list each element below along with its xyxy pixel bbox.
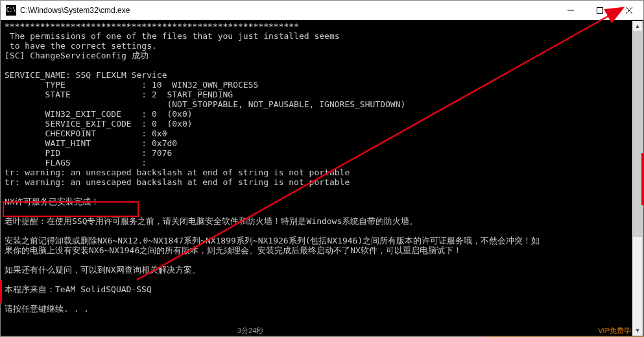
svg-rect-1 (597, 7, 602, 13)
terminal-line: 本程序来自：TeAM SolidSQUAD-SSQ (5, 284, 639, 294)
edge-marker-left (0, 280, 2, 303)
terminal-line: [SC] ChangeServiceConfig 成功 (5, 51, 639, 60)
terminal-line: The permissions of one of the files that… (5, 31, 639, 41)
terminal-line (5, 60, 639, 70)
scroll-down-arrow-icon[interactable]: ▼ (632, 325, 643, 336)
cmd-icon: C:\ (6, 5, 16, 16)
terminal-line: 请按任意键继续. . . (5, 304, 639, 314)
terminal-line: WAIT_HINT : 0x7d0 (5, 138, 639, 148)
terminal-line: STATE : 2 START_PENDING (5, 90, 639, 99)
scroll-thumb[interactable] (633, 31, 642, 237)
terminal-line: FLAGS : (5, 158, 639, 168)
terminal-line (5, 187, 639, 197)
terminal-line: 如果还有什么疑问，可以到NX网查询相关解决方案。 (5, 265, 639, 275)
terminal-line: TYPE : 10 WIN32_OWN_PROCESS (5, 80, 639, 90)
background-vip-label: VIP免费学 (598, 326, 631, 336)
window-title: C:\Windows\System32\cmd.exe (20, 6, 556, 15)
maximize-button[interactable] (585, 1, 614, 19)
terminal-line: 果你的电脑上没有安装NX6~NX1946之间的所有版本，则无须理会。安装完成后最… (5, 245, 639, 255)
background-time-label: 3分24秒 (237, 326, 263, 336)
scroll-up-arrow-icon[interactable]: ▲ (632, 21, 643, 31)
terminal-line: CHECKPOINT : 0x0 (5, 129, 639, 138)
terminal-line: SERVICE_EXIT_CODE : 0 (0x0) (5, 119, 639, 129)
terminal-line: WIN32_EXIT_CODE : 0 (0x0) (5, 109, 639, 119)
close-icon (626, 7, 632, 14)
terminal-line (5, 255, 639, 265)
terminal-line: to have the correct settings. (5, 41, 639, 51)
terminal-output[interactable]: ****************************************… (1, 20, 643, 336)
terminal-line: SERVICE_NAME: SSQ FLEXLM Service (5, 70, 639, 80)
maximize-icon (597, 7, 603, 14)
cmd-window: C:\ C:\Windows\System32\cmd.exe ********… (0, 0, 644, 337)
terminal-line: tr: warning: an unescaped backslash at e… (5, 177, 639, 187)
terminal-line: PID : 7076 (5, 148, 639, 158)
terminal-line: 老叶提醒：在使用SSQ专用许可服务之前，请关闭电脑安全软件和防火墙！特别是Win… (5, 216, 639, 226)
terminal-line: (NOT_STOPPABLE, NOT_PAUSABLE, IGNORES_SH… (5, 99, 639, 109)
terminal-line (5, 206, 639, 216)
close-button[interactable] (614, 1, 643, 19)
window-controls (556, 1, 643, 19)
terminal-line: 安装之前记得卸载或删除NX6~NX12.0~NX1847系列~NX1899系列~… (5, 236, 639, 245)
terminal-line (5, 275, 639, 284)
minimize-button[interactable] (556, 1, 585, 19)
edge-marker-right (641, 153, 644, 205)
titlebar[interactable]: C:\ C:\Windows\System32\cmd.exe (1, 1, 643, 20)
terminal-line: ****************************************… (5, 21, 639, 31)
minimize-icon (567, 7, 574, 14)
terminal-line: tr: warning: an unescaped backslash at e… (5, 168, 639, 177)
terminal-line (5, 294, 639, 304)
terminal-line: NX许可服务已安装完成！ (5, 197, 639, 206)
terminal-line (5, 226, 639, 236)
